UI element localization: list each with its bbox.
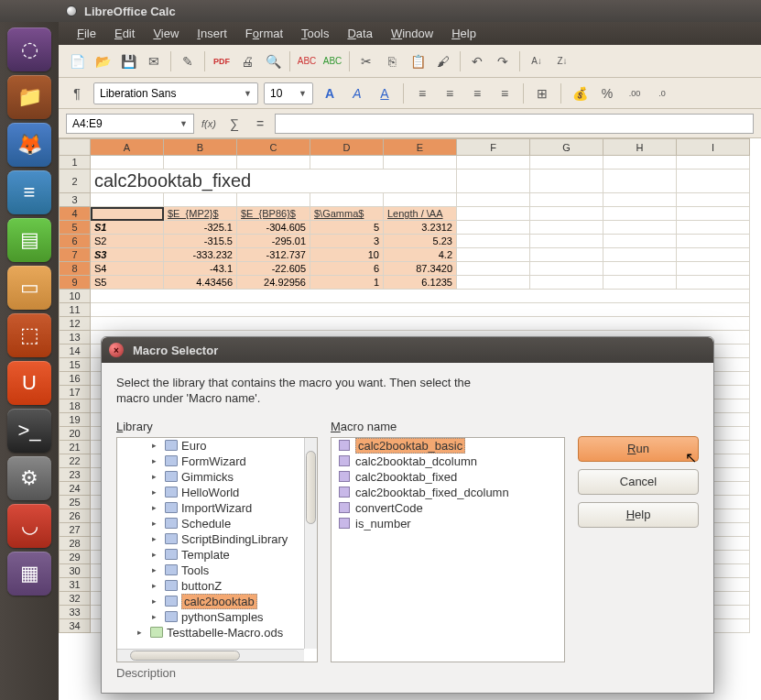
library-item[interactable]: ▸buttonZ	[117, 578, 317, 594]
launcher-settings[interactable]: ⚙	[7, 456, 51, 500]
row-header[interactable]: 7	[60, 248, 91, 262]
library-item[interactable]: ▸Tools	[117, 563, 317, 578]
row-header[interactable]: 23	[60, 468, 91, 482]
row-header[interactable]: 16	[60, 372, 91, 386]
cell[interactable]: 24.92956	[237, 276, 310, 290]
cell[interactable]: -43.1	[164, 262, 237, 276]
cell[interactable]	[91, 207, 164, 221]
menu-insert[interactable]: Insert	[190, 24, 234, 43]
col-header-d[interactable]: D	[310, 139, 384, 156]
col-header-a[interactable]: A	[91, 139, 164, 156]
preview-icon[interactable]: 🔍	[262, 50, 284, 72]
copy-icon[interactable]: ⎘	[381, 50, 403, 72]
col-header-b[interactable]: B	[164, 139, 237, 156]
library-item[interactable]: ▸Gimmicks	[117, 469, 317, 485]
row-header[interactable]: 11	[60, 303, 91, 317]
sort-asc-icon[interactable]: A↓	[526, 50, 548, 72]
cell[interactable]: -315.5	[164, 235, 237, 248]
col-header-h[interactable]: H	[603, 139, 677, 156]
print-icon[interactable]: 🖨	[236, 50, 258, 72]
library-item[interactable]: ▸pythonSamples	[117, 609, 317, 625]
align-justify-icon[interactable]: ≡	[494, 82, 516, 104]
launcher-impress[interactable]: ▭	[7, 266, 51, 310]
row-header[interactable]: 24	[60, 482, 91, 496]
launcher-app2[interactable]: ◡	[7, 504, 51, 548]
col-header-i[interactable]: I	[677, 139, 750, 156]
launcher-calc[interactable]: ▤	[7, 218, 51, 262]
library-item[interactable]: ▸FormWizard	[117, 454, 317, 469]
cell[interactable]: Length / \AA	[384, 207, 457, 221]
percent-icon[interactable]: %	[596, 82, 618, 104]
merge-icon[interactable]: ⊞	[531, 82, 553, 104]
save-icon[interactable]: 💾	[117, 50, 139, 72]
col-header-e[interactable]: E	[384, 139, 457, 156]
library-doc-item[interactable]: ▸Testtabelle-Macro.ods	[117, 625, 317, 640]
run-button[interactable]: Run	[578, 436, 699, 462]
cell[interactable]: -304.605	[237, 221, 310, 235]
menu-edit[interactable]: Edit	[107, 24, 142, 43]
menu-help[interactable]: Help	[444, 24, 484, 43]
cell[interactable]: $E_{MP2}$	[164, 207, 237, 221]
row-header[interactable]: 4	[60, 207, 91, 221]
row-header[interactable]: 8	[60, 262, 91, 276]
launcher-dash[interactable]: ◌	[7, 27, 51, 71]
spellcheck-icon[interactable]: ABC	[296, 50, 318, 72]
cell[interactable]: 87.3420	[384, 262, 457, 276]
cell[interactable]: 1	[310, 276, 384, 290]
horizontal-scrollbar[interactable]	[117, 649, 304, 662]
library-item[interactable]: ▸ImportWizard	[117, 500, 317, 516]
new-icon[interactable]: 📄	[66, 50, 88, 72]
row-header[interactable]: 17	[60, 386, 91, 399]
help-button[interactable]: Help	[578, 502, 699, 528]
library-item[interactable]: ▸Euro	[117, 438, 317, 454]
decimal-remove-icon[interactable]: .0	[651, 82, 673, 104]
menu-file[interactable]: File	[70, 24, 103, 43]
align-right-icon[interactable]: ≡	[466, 82, 488, 104]
col-header-g[interactable]: G	[530, 139, 603, 156]
currency-icon[interactable]: 💰	[569, 82, 591, 104]
cell[interactable]: 4.2	[384, 248, 457, 262]
row-header[interactable]: 18	[60, 399, 91, 413]
row-header[interactable]: 28	[60, 537, 91, 551]
align-center-icon[interactable]: ≡	[439, 82, 461, 104]
cell-reference-box[interactable]: A4:E9 ▼	[66, 114, 194, 134]
library-item[interactable]: ▸Template	[117, 547, 317, 563]
launcher-files[interactable]: 📁	[7, 75, 51, 119]
italic-icon[interactable]: A	[346, 82, 368, 104]
launcher-ubuntu-one[interactable]: U	[7, 361, 51, 405]
menu-format[interactable]: Format	[238, 24, 290, 43]
cell[interactable]: 4.43456	[164, 276, 237, 290]
cell[interactable]: -325.1	[164, 221, 237, 235]
cell[interactable]: 3.2312	[384, 221, 457, 235]
row-header[interactable]: 20	[60, 427, 91, 441]
format-paint-icon[interactable]: 🖌	[432, 50, 454, 72]
align-left-icon[interactable]: ≡	[411, 82, 433, 104]
row-header[interactable]: 26	[60, 509, 91, 523]
menu-view[interactable]: View	[146, 24, 186, 43]
cell[interactable]: $E_{BP86}$	[237, 207, 310, 221]
paste-icon[interactable]: 📋	[407, 50, 429, 72]
cell[interactable]: S2	[91, 235, 164, 248]
cell-title[interactable]: calc2booktab_fixed	[91, 170, 457, 193]
cancel-button[interactable]: Cancel	[578, 469, 699, 495]
row-header[interactable]: 32	[60, 592, 91, 606]
cell[interactable]: 10	[310, 248, 384, 262]
row-header[interactable]: 30	[60, 564, 91, 578]
launcher-terminal[interactable]: >_	[7, 409, 51, 453]
macro-list[interactable]: calc2booktab_basiccalc2booktab_dcolumnca…	[331, 437, 565, 662]
launcher-firefox[interactable]: 🦊	[7, 123, 51, 167]
dialog-titlebar[interactable]: × Macro Selector	[102, 337, 713, 363]
bold-icon[interactable]: A	[319, 82, 341, 104]
email-icon[interactable]: ✉	[143, 50, 165, 72]
library-item[interactable]: ▸HelloWorld	[117, 485, 317, 500]
row-header[interactable]: 6	[60, 235, 91, 248]
cell[interactable]: -312.737	[237, 248, 310, 262]
row-header[interactable]: 25	[60, 496, 91, 509]
menu-tools[interactable]: Tools	[294, 24, 336, 43]
row-header[interactable]: 15	[60, 358, 91, 372]
row-header[interactable]: 22	[60, 454, 91, 468]
font-size-combo[interactable]: 10 ▼	[264, 82, 313, 104]
row-header[interactable]: 3	[60, 193, 91, 207]
row-header[interactable]: 1	[60, 156, 91, 170]
macro-item[interactable]: calc2booktab_fixed	[332, 469, 564, 485]
